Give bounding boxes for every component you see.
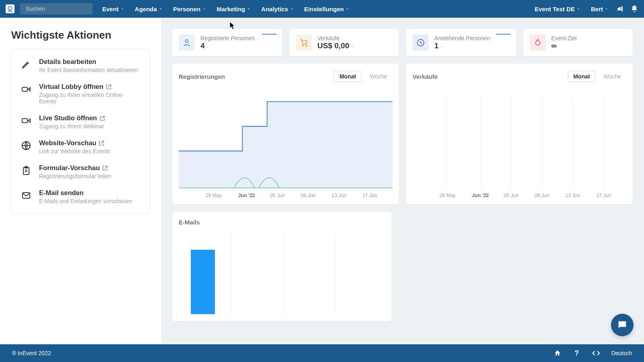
external-link-icon [102,165,108,171]
action-sub: Zugang zu Ihren virtuellen Online-Events [39,92,140,105]
chart-row: Registrierungen Monat Woche [172,64,633,204]
action-title: Live Studio öffnen [39,114,97,122]
nav-einstellungen[interactable]: Einstellungen [300,4,353,14]
main-layout: Wichtigste Aktionen Details bearbeitenIh… [0,18,644,344]
clipboard-icon [21,165,32,176]
clock-icon [413,35,429,51]
sparkline [496,34,510,35]
svg-text:05 Jun: 05 Jun [270,193,285,198]
registrations-chart: 28 May Jun '22 05 Jun 09 Jun 13 Jun 17 J… [179,85,392,200]
action-sub: Registrierungsformular teilen [39,173,111,179]
code-icon[interactable] [592,349,600,357]
person-icon [179,35,195,51]
nav-event[interactable]: Event [98,4,128,14]
kpi-value: 1 - [434,41,490,50]
action-sub: Zugang zu Ihrem Webinar [39,123,105,130]
svg-text:Jun '22: Jun '22 [472,193,489,198]
chart-toggle: Monat Woche [334,71,392,82]
external-link-icon [99,115,105,121]
kpi-registered[interactable]: Registrierte Personen4 - [172,29,282,56]
svg-text:28 May: 28 May [440,193,456,198]
kpi-value: ∞ [551,41,577,50]
svg-point-12 [302,45,303,46]
sparkline [262,34,277,35]
bell-icon[interactable] [630,5,638,13]
action-title: Details bearbeiten [39,58,96,66]
action-title: Virtual Lobby öffnen [39,83,103,90]
event-selector[interactable]: Event Test DE [532,4,583,14]
megaphone-icon[interactable] [617,5,625,13]
kpi-label: Verkäufe [318,35,353,41]
action-website-preview[interactable]: Website-VorschauLink zur Website des Eve… [12,134,149,159]
footer-copyright: ® InEvent 2022 [12,350,51,356]
svg-rect-4 [22,119,27,123]
kpi-pending[interactable]: Anstehende Personen1 - [406,29,516,56]
toggle-week[interactable]: Woche [365,71,392,82]
action-sub: E-Mails und Einladungen vorschauen [39,198,132,204]
user-menu[interactable]: Bert [588,4,611,14]
cart-icon [296,35,312,51]
chart-title: Registrierungen [179,73,225,80]
emails-row: E-Mails [172,212,633,321]
kpi-value: US$ 0,00 - [318,41,353,50]
action-virtual-lobby[interactable]: Virtual Lobby öffnenZugang zu Ihren virt… [12,78,149,109]
chevron-down-icon [576,7,580,11]
home-icon[interactable] [553,349,561,357]
svg-rect-3 [22,87,27,91]
pencil-icon [21,59,32,70]
action-form-preview[interactable]: Formular-VorschauRegistrierungsformular … [12,159,149,184]
svg-text:13 Jun: 13 Jun [566,193,580,198]
svg-point-13 [305,45,307,46]
chart-toggle: Monat Woche [568,71,626,82]
svg-text:09 Jun: 09 Jun [301,193,316,198]
footer-language[interactable]: Deutsch [611,350,632,356]
action-sub: Ihr Event Basisinformation aktualisieren [39,67,138,73]
action-send-email[interactable]: E-Mail sendenE-Mails und Einladungen vor… [12,184,149,209]
kpi-goal[interactable]: Event-Ziel∞ [523,29,633,56]
sales-chart: 28 May Jun '22 05 Jun 09 Jun 13 Jun 17 J… [413,85,626,200]
video-icon [21,115,32,126]
nav-analytics[interactable]: Analytics [257,4,298,14]
chart-registrations: Registrierungen Monat Woche [172,64,399,204]
emails-bar-chart [179,234,385,314]
kpi-label: Event-Ziel [551,35,577,41]
actions-card: Details bearbeitenIhr Event Basisinforma… [11,49,150,214]
chevron-down-icon [247,7,251,11]
kpi-row: Registrierte Personen4 - VerkäufeUS$ 0,0… [172,29,633,56]
svg-text:05 Jun: 05 Jun [504,193,519,198]
chart-title: E-Mails [179,219,385,226]
external-link-icon [99,140,104,146]
toggle-month[interactable]: Monat [568,71,595,82]
toggle-week[interactable]: Woche [599,71,626,82]
action-title: Website-Vorschau [39,139,96,147]
chart-title: Verkäufe [413,73,438,80]
navbar: Event Agenda Personen Marketing Analytic… [0,0,644,18]
action-edit-details[interactable]: Details bearbeitenIhr Event Basisinforma… [12,53,149,78]
kpi-sales[interactable]: VerkäufeUS$ 0,00 - [289,29,399,56]
logo[interactable] [6,4,14,13]
content: Registrierte Personen4 - VerkäufeUS$ 0,0… [161,18,644,344]
svg-text:13 Jun: 13 Jun [332,193,347,198]
footer: ® InEvent 2022 ? Deutsch [0,344,644,362]
nav-marketing[interactable]: Marketing [213,4,255,14]
chevron-down-icon [290,7,294,11]
external-link-icon [106,84,111,90]
chart-emails: E-Mails [172,212,392,321]
sidebar-title: Wichtigste Aktionen [11,29,150,41]
help-icon[interactable]: ? [573,349,581,357]
nav-agenda[interactable]: Agenda [131,4,167,14]
action-title: Formular-Vorschau [39,164,100,172]
svg-text:09 Jun: 09 Jun [535,193,549,198]
action-live-studio[interactable]: Live Studio öffnenZugang zu Ihrem Webina… [12,109,149,134]
svg-text:28 May: 28 May [206,193,222,198]
search-input[interactable] [26,6,96,12]
toggle-month[interactable]: Monat [334,71,361,82]
chat-bubble[interactable] [611,314,634,336]
chevron-down-icon [159,7,163,11]
action-title: E-Mail senden [39,189,84,197]
sidebar: Wichtigste Aktionen Details bearbeitenIh… [0,18,161,344]
search-box[interactable] [20,3,93,14]
action-sub: Link zur Website des Events [39,148,110,154]
nav-personen[interactable]: Personen [169,4,210,14]
svg-text:17 Jun: 17 Jun [362,193,377,198]
